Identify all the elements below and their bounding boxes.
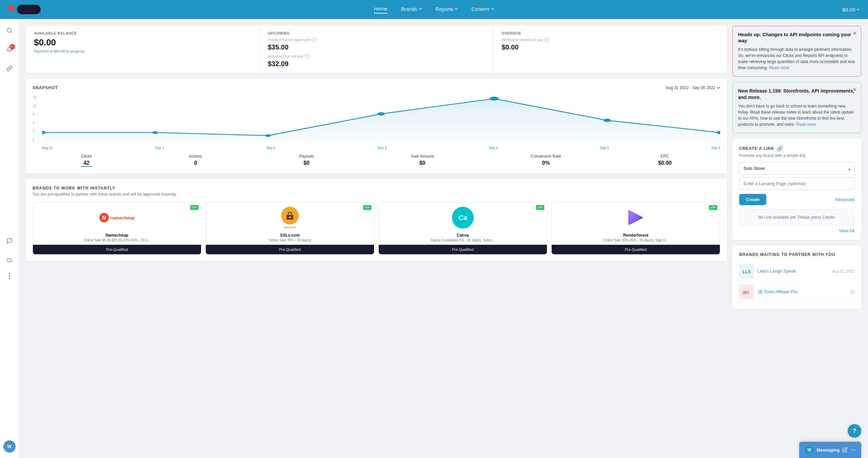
top-navigation: Home Brands Reports Content $0.00 <box>0 0 868 19</box>
svg-point-21 <box>854 450 855 450</box>
advanced-link[interactable]: Advanced <box>835 197 854 202</box>
overdue-label: OVERDUE <box>501 31 719 35</box>
help-button[interactable]: ? <box>848 424 861 438</box>
release-alert-card: ✕ New Release 1.158: Storefronts, API im… <box>732 82 861 133</box>
canva-prequalified-btn[interactable]: Pre-Qualified <box>379 245 547 254</box>
lls-info: Learn Laugh Speak <box>757 268 829 274</box>
svg-point-19 <box>851 450 852 450</box>
stat-epc: EPC $0.00 <box>658 154 672 167</box>
ssls-logo-area: best price <box>206 202 374 233</box>
available-label: AVAILABLE BALANCE <box>34 31 251 35</box>
nav-brands[interactable]: Brands <box>401 6 422 13</box>
main-content: AVAILABLE BALANCE $0.00 Payment of $60.0… <box>19 19 868 458</box>
sidebar-search[interactable] <box>3 24 16 37</box>
left-column: AVAILABLE BALANCE $0.00 Payment of $60.0… <box>26 26 727 451</box>
namecheap-logo-area: N namecheap <box>33 202 201 233</box>
renderforest-details: Online Sale 20%-35% - 30 day(s), Sign U.… <box>552 238 720 245</box>
sidebar-avatar[interactable]: W <box>3 440 16 453</box>
itp-badge-ssls: ITP <box>363 205 371 210</box>
logo-shape <box>17 5 41 14</box>
balance-display[interactable]: $0.00 <box>842 7 860 13</box>
upcoming-sublabel: Tracked but not approved ? <box>268 37 485 42</box>
nav-home[interactable]: Home <box>374 6 388 14</box>
release-alert-text: You don't have to go back to school to l… <box>738 103 855 127</box>
ssls-icon <box>281 207 299 224</box>
snapshot-card: SNAPSHOT Aug 31 2022 - Sep 06 2022 15 12… <box>26 79 727 174</box>
nav-reports[interactable]: Reports <box>435 6 458 13</box>
namecheap-name: Namecheap <box>33 233 201 238</box>
right-column: ✕ Heads up: Changes to API endpoints com… <box>732 26 861 451</box>
upcoming-section: UPCOMING Tracked but not approved ? $35.… <box>259 26 493 73</box>
no-link-message: No Link available yet. Please press Crea… <box>739 209 854 225</box>
logo[interactable] <box>8 5 41 14</box>
jbt-name[interactable]: JB Tools Affiliate Pro <box>757 289 847 294</box>
available-note: Payment of $60.00 in progress <box>34 49 251 53</box>
namecheap-prequalified-btn[interactable]: Pre-Qualified <box>33 245 201 254</box>
overdue-amount: $0.00 <box>501 43 719 51</box>
sidebar-more[interactable] <box>9 273 10 279</box>
renderforest-prequalified-btn[interactable]: Pre-Qualified <box>552 245 720 254</box>
itp-badge-namecheap: ITP <box>190 205 198 210</box>
svg-marker-1 <box>42 99 720 142</box>
create-link-view-all[interactable]: View All <box>739 228 854 233</box>
namecheap-logo: N namecheap <box>99 213 135 222</box>
brand-namecheap: ITP N namecheap Namecheap Online Sale $5… <box>33 202 201 255</box>
upcoming-help-icon[interactable]: ? <box>312 37 316 42</box>
brands-card: BRANDS TO WORK WITH INSTANTLY You are pr… <box>26 179 727 261</box>
sidebar-notifications[interactable]: 9+ <box>3 43 16 56</box>
release-alert-title: New Release 1.158: Storefronts, API impr… <box>738 88 855 100</box>
messaging-button[interactable]: W Messaging <box>799 442 861 458</box>
jbt-logo: JBT <box>739 284 754 299</box>
nav-content[interactable]: Content <box>472 6 494 13</box>
create-link-button[interactable]: Create <box>739 194 766 205</box>
svg-point-7 <box>604 119 611 122</box>
svg-point-20 <box>853 450 853 450</box>
brands-grid: ITP N namecheap Namecheap Online Sale $5… <box>33 202 720 255</box>
itp-badge-renderforest: ITP <box>709 205 717 210</box>
balance-card: AVAILABLE BALANCE $0.00 Payment of $60.0… <box>26 26 727 73</box>
available-amount: $0.00 <box>34 37 251 48</box>
canva-logo: Ca <box>452 207 474 228</box>
api-alert-title: Heads up: Changes to API endpoints comin… <box>738 32 855 44</box>
stat-actions: Actions 0 <box>189 154 202 167</box>
svg-rect-12 <box>289 217 291 218</box>
create-link-subtitle: Promote any brand with a simple link <box>739 153 854 158</box>
release-alert-close[interactable]: ✕ <box>852 86 857 93</box>
lls-name[interactable]: Learn Laugh Speak <box>757 268 829 274</box>
svg-text:LLS: LLS <box>743 269 751 274</box>
notification-badge: 9+ <box>9 44 15 49</box>
overdue-help-icon[interactable]: ? <box>544 37 549 42</box>
overdue-sublabel: Waiting for brands to pay ? <box>501 37 719 42</box>
landing-page-input[interactable] <box>739 177 854 190</box>
api-alert-read-more[interactable]: Read more <box>769 65 789 70</box>
sidebar-cloud[interactable] <box>3 254 16 266</box>
canva-name: Canva <box>379 233 547 238</box>
create-link-title: CREATE A LINK 🔗 <box>739 145 854 152</box>
canva-logo-area: Ca <box>379 202 547 233</box>
overdue-section: OVERDUE Waiting for brands to pay ? $0.0… <box>493 26 727 73</box>
messaging-bar: W Messaging <box>799 442 861 458</box>
date-range-picker[interactable]: Aug 31 2022 - Sep 06 2022 <box>666 85 720 90</box>
approved-help-icon[interactable]: ? <box>305 54 310 59</box>
brands-waiting-card: BRANDS WAITING TO PARTNER WITH YOU LLS L… <box>732 245 861 309</box>
nav-links: Home Brands Reports Content <box>374 6 494 14</box>
ssls-name: SSLs.com <box>206 233 374 238</box>
approved-sublabel: Approved but not due ? <box>268 54 485 59</box>
chart-yaxis: 15 12 9 6 3 0 <box>33 96 36 142</box>
svg-point-4 <box>265 134 271 137</box>
api-alert-close[interactable]: ✕ <box>852 30 857 37</box>
ssls-prequalified-btn[interactable]: Pre-Qualified <box>206 245 374 254</box>
brand-canva: ITP Ca Canva Signup Completed 0% - 30 da… <box>378 202 547 255</box>
svg-marker-14 <box>629 211 643 224</box>
renderforest-logo <box>626 207 646 228</box>
sidebar-links[interactable] <box>3 62 16 75</box>
stat-clicks: Clicks 42 <box>81 154 92 167</box>
release-alert-read-more[interactable]: Read more <box>796 122 816 127</box>
stat-sale-amount: Sale Amount $0 <box>411 154 434 167</box>
brand-select[interactable]: Solo Stove <box>739 162 854 175</box>
svg-point-6 <box>490 97 499 101</box>
sidebar-chat[interactable] <box>3 235 16 247</box>
edit-icon <box>842 447 848 453</box>
upcoming-label: UPCOMING <box>268 31 485 35</box>
api-alert-card: ✕ Heads up: Changes to API endpoints com… <box>732 26 861 77</box>
